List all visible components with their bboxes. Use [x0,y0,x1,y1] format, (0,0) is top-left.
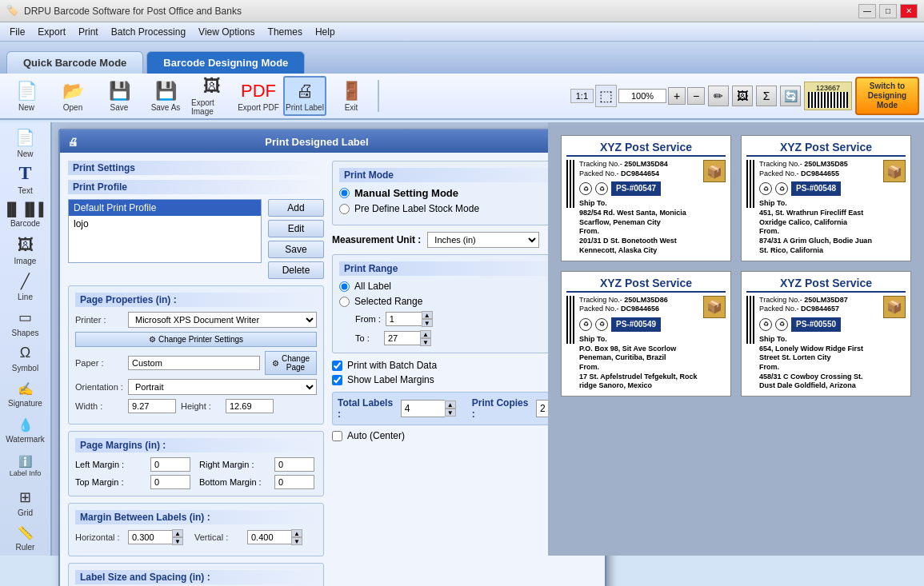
formula-button[interactable]: Σ [756,86,777,106]
minimize-button[interactable]: — [858,4,876,18]
edit-tool-button[interactable]: ✏ [708,86,729,106]
sidebar-tool-ruler[interactable]: 📏 Ruler [3,521,48,556]
from-input[interactable] [386,312,422,326]
sidebar-tool-line[interactable]: ╱ Line [3,269,48,304]
sidebar-tool-new[interactable]: 📄 New [3,126,48,160]
sidebar-tool-symbol[interactable]: Ω Symbol [3,341,48,376]
title-bar: 🏷️ DRPU Barcode Software for Post Office… [0,0,924,22]
horizontal-margin-input[interactable] [128,530,172,544]
change-printer-row: ⚙ Change Printer Settings [75,332,317,347]
maximize-button[interactable]: □ [879,4,897,18]
manual-mode-label: Manual Setting Mode [354,187,458,199]
menu-help[interactable]: Help [309,25,342,39]
new-button[interactable]: 📄 New [5,76,48,116]
image-tool-button[interactable]: 🖼 [732,86,753,106]
menu-export[interactable]: Export [31,25,72,39]
vertical-down-arrow[interactable]: ▼ [291,537,302,545]
add-profile-button[interactable]: Add [268,199,324,217]
delete-profile-button[interactable]: Delete [268,261,324,279]
tl-up[interactable]: ▲ [445,401,456,409]
measurement-select[interactable]: Inches (in) Centimeters (cm) Millimeters… [427,232,539,248]
left-margin-input[interactable] [150,457,190,472]
batch-data-checkbox[interactable] [332,361,342,371]
profile-item-default[interactable]: Default Print Profile [69,200,261,216]
line-tool-icon: ╱ [21,273,30,290]
export-image-button[interactable]: 🖼 Export Image [190,76,234,116]
edit-profile-button[interactable]: Edit [268,220,324,237]
exit-icon: 🚪 [341,81,362,102]
sidebar-tool-signature[interactable]: ✍ Signature [3,377,48,412]
from-up[interactable]: ▲ [422,311,433,319]
preview-area: XYZ Post Service Tracking No.- 250LM35D8… [548,122,924,556]
close-button[interactable]: ✕ [900,4,918,18]
sidebar-tool-watermark[interactable]: 💧 Watermark [3,413,48,448]
open-button[interactable]: 📂 Open [51,76,94,116]
printer-select[interactable]: Microsoft XPS Document Writer [128,312,317,328]
recycle-icon-1: ♻ [595,182,608,195]
sidebar-tool-shapes[interactable]: ▭ Shapes [3,305,48,340]
export-pdf-button[interactable]: PDF Export PDF [237,76,280,116]
show-margins-checkbox[interactable] [332,375,342,385]
zoom-in-button[interactable]: + [668,87,686,105]
print-label-button[interactable]: 🖨 Print Label [283,76,326,116]
zoom-out-button[interactable]: − [687,87,705,105]
sidebar-tool-barcode[interactable]: ▐▌▐▌▌ Barcode [3,197,48,232]
menu-view-options[interactable]: View Options [192,25,261,39]
shipto-1: Ship To.982/54 Rd. West Santa, Monicia S… [579,199,700,227]
page-properties-section: Page Properties (in) : Printer : Microso… [68,285,324,425]
save-icon: 💾 [109,81,130,102]
selected-range-radio[interactable] [339,297,350,307]
all-label-radio[interactable] [339,281,350,292]
profile-item-lojo[interactable]: lojo [69,216,261,232]
dialog-two-col: Print Settings Print Profile Default Pri… [68,161,597,586]
from-down[interactable]: ▼ [422,319,433,327]
sidebar-tool-image[interactable]: 🖼 Image [3,233,48,268]
save-button[interactable]: 💾 Save [98,76,141,116]
horizontal-down-arrow[interactable]: ▼ [172,537,183,545]
bottom-margin-label: Bottom Margin : [199,477,271,487]
total-labels-item: Total Labels : ▲ ▼ [338,397,456,420]
height-input[interactable] [226,399,274,413]
predefine-mode-radio[interactable] [339,204,350,214]
margins-grid: Left Margin : Right Margin : Top Margin … [75,457,317,489]
menu-themes[interactable]: Themes [262,25,309,39]
fit-page-icon[interactable]: ⬚ [595,85,617,107]
tab-barcode-designing[interactable]: Barcode Designing Mode [146,51,305,74]
menu-file[interactable]: File [3,25,31,39]
menu-batch-processing[interactable]: Batch Processing [105,25,192,39]
to-down[interactable]: ▼ [420,338,431,346]
menu-print[interactable]: Print [72,25,105,39]
print-icon: 🖨 [296,81,314,102]
bottom-margin-input[interactable] [274,475,314,489]
top-margin-input[interactable] [150,475,190,489]
horizontal-up-arrow[interactable]: ▲ [172,529,183,537]
save-as-button[interactable]: 💾 Save As [144,76,187,116]
vertical-margin-input[interactable] [247,530,291,544]
manual-mode-radio[interactable] [339,188,350,198]
sidebar-tool-label-info[interactable]: ℹ️ Label Info [3,449,48,484]
packed-2: Packed No.- DC9844655 [759,169,880,179]
fit-icon[interactable]: 1:1 [570,89,594,103]
total-labels-input[interactable] [401,400,445,417]
tab-quick-barcode[interactable]: Quick Barcode Mode [6,51,143,74]
sidebar-tool-grid[interactable]: ⊞ Grid [3,485,48,520]
vertical-up-arrow[interactable]: ▲ [291,529,302,537]
exit-button[interactable]: 🚪 Exit [330,76,373,116]
change-printer-button[interactable]: ⚙ Change Printer Settings [75,332,317,347]
switch-mode-button[interactable]: Switch to Designing Mode [855,77,919,115]
to-up[interactable]: ▲ [420,330,431,338]
sidebar-tool-text[interactable]: T Text [3,161,48,196]
to-input[interactable] [384,331,420,345]
save-profile-button[interactable]: Save [268,241,324,258]
paper-input[interactable] [128,356,260,370]
right-margin-input[interactable] [274,457,314,472]
profile-list[interactable]: Default Print Profile lojo [68,199,262,263]
orientation-select[interactable]: Portrait Landscape [128,379,317,395]
refresh-button[interactable]: 🔄 [780,86,801,106]
tl-down[interactable]: ▼ [445,409,456,417]
zoom-level[interactable]: 100% [618,89,666,103]
width-input[interactable] [128,399,176,413]
change-page-button[interactable]: ⚙ ChangePage [265,351,317,375]
signature-tool-icon: ✍ [18,381,34,397]
auto-center-checkbox[interactable] [332,431,342,441]
